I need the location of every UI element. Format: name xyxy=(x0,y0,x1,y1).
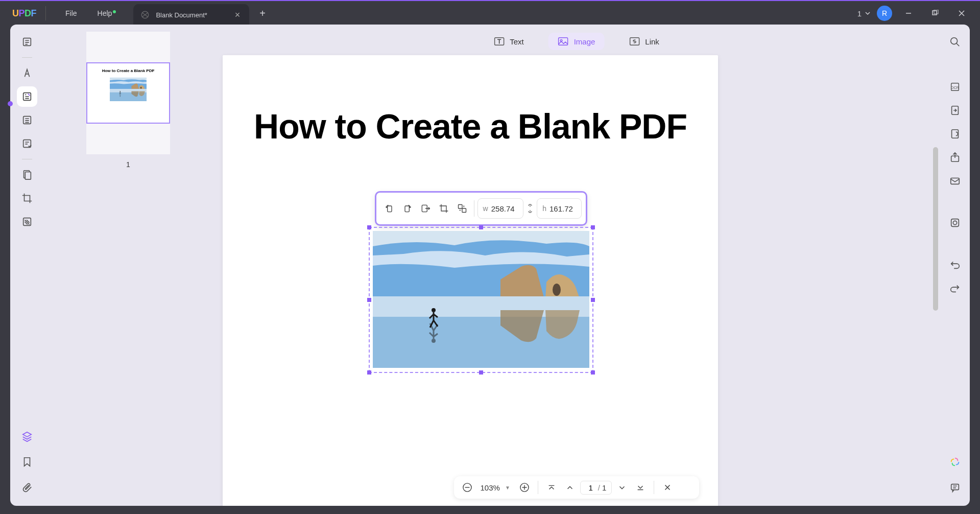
page-number-field[interactable]: / 1 xyxy=(580,481,612,495)
window-maximize-button[interactable] xyxy=(925,3,945,24)
titlebar: UPDF File Help Blank Document* × + 1 R xyxy=(0,1,980,26)
zoom-value[interactable]: 103% xyxy=(477,483,503,492)
page-tool[interactable] xyxy=(17,110,37,130)
resize-handle-bm[interactable] xyxy=(479,370,483,375)
divider xyxy=(45,6,46,20)
lock-aspect-button[interactable] xyxy=(524,203,536,214)
convert-button[interactable] xyxy=(945,100,965,121)
search-button[interactable] xyxy=(945,32,965,52)
document-icon xyxy=(140,10,150,19)
svg-rect-35 xyxy=(951,219,959,227)
link-lock-icon xyxy=(527,203,534,214)
image-icon xyxy=(558,37,569,46)
text-mode-button[interactable]: Text xyxy=(484,33,533,50)
width-field[interactable]: w xyxy=(477,198,523,219)
undo-button[interactable] xyxy=(945,254,965,275)
zoom-in-button[interactable] xyxy=(516,479,533,496)
edit-tool[interactable] xyxy=(17,86,37,107)
workspace-switcher[interactable]: 1 xyxy=(857,9,871,18)
page-total: 1 xyxy=(602,483,606,492)
image-mode-button[interactable]: Image xyxy=(548,33,605,50)
compress-button[interactable] xyxy=(945,124,965,144)
resize-handle-bl[interactable] xyxy=(367,370,371,375)
vertical-scrollbar[interactable] xyxy=(933,147,938,311)
image-edit-toolbar: w h xyxy=(375,191,587,226)
resize-handle-tr[interactable] xyxy=(591,225,595,229)
crop-tool[interactable] xyxy=(17,188,37,208)
document-page[interactable]: How to Create a Blank PDF w h xyxy=(223,55,718,506)
attachment-tool[interactable] xyxy=(17,477,37,498)
window-close-button[interactable] xyxy=(951,3,972,24)
svg-rect-22 xyxy=(405,206,409,212)
last-page-button[interactable] xyxy=(632,479,649,496)
flatten-button[interactable] xyxy=(945,213,965,233)
thumbnail-image xyxy=(110,78,147,101)
svg-rect-24 xyxy=(458,205,462,209)
layers-tool[interactable] xyxy=(17,426,37,447)
zoom-dropdown[interactable]: ▼ xyxy=(505,485,510,490)
close-bar-button[interactable] xyxy=(659,479,676,496)
document-tab[interactable]: Blank Document* × xyxy=(133,4,249,26)
height-field[interactable]: h xyxy=(537,198,582,219)
height-input[interactable] xyxy=(549,204,576,213)
page-current-input[interactable] xyxy=(586,483,596,492)
extract-button[interactable] xyxy=(417,198,434,219)
prev-page-button[interactable] xyxy=(562,479,578,496)
share-button[interactable] xyxy=(945,147,965,168)
app-logo: UPDF xyxy=(12,8,36,19)
page-heading: How to Create a Blank PDF xyxy=(223,107,718,146)
zoom-out-button[interactable] xyxy=(459,479,475,496)
replace-button[interactable] xyxy=(453,198,471,219)
ocr-button[interactable]: OCR xyxy=(945,77,965,97)
resize-handle-ml[interactable] xyxy=(367,298,371,302)
email-button[interactable] xyxy=(945,171,965,191)
menu-file[interactable]: File xyxy=(55,6,87,20)
new-tab-button[interactable]: + xyxy=(259,8,266,19)
ai-assistant-button[interactable] xyxy=(945,452,965,472)
link-mode-button[interactable]: Link xyxy=(619,33,668,50)
ai-icon xyxy=(949,456,961,468)
menu-help[interactable]: Help xyxy=(87,6,127,20)
bookmark-tool[interactable] xyxy=(17,452,37,472)
link-icon xyxy=(629,37,640,46)
comment-tool[interactable] xyxy=(17,63,37,83)
form-tool[interactable] xyxy=(17,133,37,154)
crop-image-button[interactable] xyxy=(435,198,452,219)
thumbnail-container: How to Create a Blank PDF xyxy=(86,32,170,154)
resize-handle-tm[interactable] xyxy=(479,225,483,229)
width-label: w xyxy=(483,204,488,213)
width-input[interactable] xyxy=(491,204,518,213)
protect-tool[interactable] xyxy=(17,165,37,185)
svg-rect-34 xyxy=(951,178,960,184)
selected-image[interactable] xyxy=(373,231,589,368)
edit-mode-bar: Text Image Link xyxy=(484,33,668,50)
workspace: How to Create a Blank PDF 1 Text Image L… xyxy=(10,25,970,506)
redo-button[interactable] xyxy=(945,278,965,298)
tab-title: Blank Document* xyxy=(156,11,207,19)
tab-close-button[interactable]: × xyxy=(233,10,243,20)
svg-rect-25 xyxy=(462,208,466,213)
first-page-button[interactable] xyxy=(543,479,560,496)
reader-tool[interactable] xyxy=(17,32,37,52)
page-thumbnail[interactable]: How to Create a Blank PDF xyxy=(86,62,170,124)
comments-panel-button[interactable] xyxy=(945,477,965,498)
chevron-down-icon xyxy=(865,10,871,16)
svg-rect-37 xyxy=(951,484,959,490)
right-toolbar: OCR xyxy=(940,25,970,506)
window-minimize-button[interactable] xyxy=(898,3,919,24)
height-label: h xyxy=(542,204,546,213)
rotate-right-button[interactable] xyxy=(399,198,416,219)
redact-tool[interactable] xyxy=(17,212,37,232)
next-page-button[interactable] xyxy=(614,479,630,496)
resize-handle-tl[interactable] xyxy=(367,225,371,229)
rotate-left-button[interactable] xyxy=(380,198,398,219)
user-avatar[interactable]: R xyxy=(877,6,892,21)
svg-rect-8 xyxy=(933,11,937,15)
text-icon xyxy=(493,37,505,46)
document-canvas: Text Image Link How to Create a Blank PD… xyxy=(212,25,940,506)
resize-handle-mr[interactable] xyxy=(591,298,595,302)
svg-rect-9 xyxy=(934,10,938,14)
thumbnail-panel: How to Create a Blank PDF 1 xyxy=(44,25,212,506)
resize-handle-br[interactable] xyxy=(591,370,595,375)
image-selection[interactable] xyxy=(369,227,593,373)
